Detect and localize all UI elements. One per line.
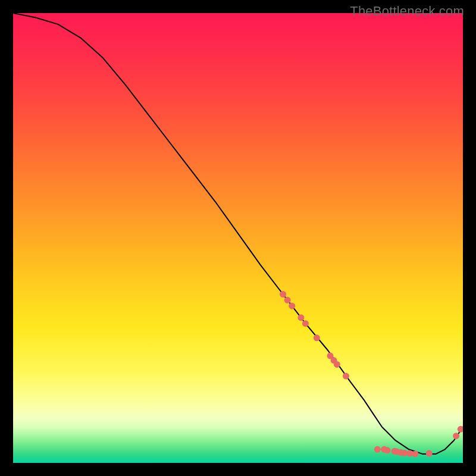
scatter-point xyxy=(426,450,433,457)
scatter-layer xyxy=(280,291,463,457)
scatter-point xyxy=(284,297,291,303)
watermark-text: TheBottleneck.com xyxy=(350,4,464,19)
scatter-point xyxy=(412,450,418,457)
scatter-point xyxy=(280,291,286,298)
chart-stage: TheBottleneck.com xyxy=(0,0,476,476)
scatter-point xyxy=(334,361,340,368)
scatter-point xyxy=(314,334,320,341)
scatter-point xyxy=(453,433,459,439)
plot-area xyxy=(13,13,463,463)
scatter-point xyxy=(374,446,381,453)
scatter-point xyxy=(343,373,349,380)
chart-overlay-svg xyxy=(13,13,463,463)
scatter-point xyxy=(384,447,390,453)
scatter-point xyxy=(458,426,463,433)
curve-path xyxy=(13,13,463,454)
scatter-point xyxy=(289,303,295,309)
scatter-point xyxy=(302,320,309,327)
scatter-point xyxy=(298,314,304,321)
curve-layer xyxy=(13,13,463,454)
